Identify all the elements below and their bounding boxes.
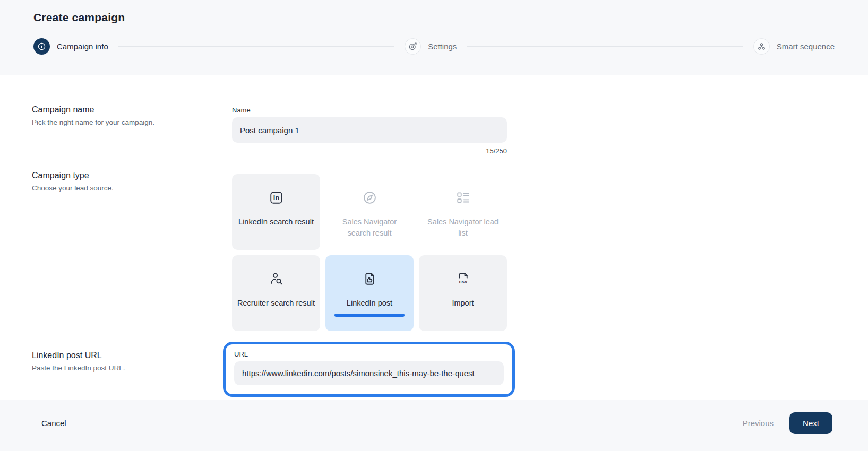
linkedin-icon: in xyxy=(269,189,284,205)
linkedin-post-url-title: LinkedIn post URL xyxy=(32,351,207,360)
stepper-label-campaign-info: Campaign info xyxy=(57,42,108,51)
campaign-type-section-label: Campaign type Choose your lead source. xyxy=(32,171,207,192)
campaign-type-title: Campaign type xyxy=(32,171,207,180)
char-counter: 15/250 xyxy=(232,147,507,155)
stepper: Campaign info Settings xyxy=(33,38,835,55)
linkedin-post-url-input[interactable] xyxy=(234,361,504,385)
campaign-name-section-label: Campaign name Pick the right name for yo… xyxy=(32,105,207,126)
tile-label: Recruiter search result xyxy=(232,298,320,309)
tile-import[interactable]: CSV Import xyxy=(419,255,507,331)
stepper-connector xyxy=(467,46,743,47)
tile-sales-navigator-lead-list: Sales Navigator lead list xyxy=(419,174,507,250)
header: Create campaign Campaign info xyxy=(0,0,868,75)
stepper-label-smart-sequence: Smart sequence xyxy=(777,42,835,51)
hierarchy-icon xyxy=(753,38,770,55)
campaign-name-subtitle: Pick the right name for your campaign. xyxy=(32,118,207,126)
url-highlight-box: URL xyxy=(223,342,515,397)
tile-label: Sales Navigator lead list xyxy=(419,216,507,239)
tile-label: Sales Navigator search result xyxy=(325,216,414,239)
stepper-label-settings: Settings xyxy=(428,42,457,51)
stepper-connector xyxy=(118,46,394,47)
next-button[interactable]: Next xyxy=(789,412,832,434)
tile-linkedin-search-result[interactable]: in LinkedIn search result xyxy=(232,174,320,250)
lead-list-icon xyxy=(456,189,471,205)
selected-indicator xyxy=(334,314,405,317)
tile-label: LinkedIn search result xyxy=(233,216,319,228)
stepper-step-campaign-info[interactable]: Campaign info xyxy=(33,38,108,55)
cancel-button[interactable]: Cancel xyxy=(41,414,66,432)
campaign-name-input[interactable] xyxy=(232,117,507,143)
compass-icon xyxy=(362,189,377,205)
previous-button[interactable]: Previous xyxy=(743,414,774,432)
info-icon xyxy=(33,38,50,55)
svg-text:in: in xyxy=(273,194,279,201)
main-content: Campaign name Pick the right name for yo… xyxy=(0,75,868,400)
tile-label: LinkedIn post xyxy=(341,298,398,309)
stepper-step-settings[interactable]: Settings xyxy=(405,38,457,55)
csv-file-icon: CSV xyxy=(456,271,471,287)
campaign-name-field-group: Name 15/250 xyxy=(232,106,507,155)
campaign-name-title: Campaign name xyxy=(32,105,207,115)
stepper-step-smart-sequence[interactable]: Smart sequence xyxy=(753,38,835,55)
name-field-label: Name xyxy=(232,106,507,114)
campaign-type-grid: in LinkedIn search result Sales Navigato… xyxy=(232,174,507,331)
target-icon xyxy=(405,38,421,55)
tile-recruiter-search-result[interactable]: Recruiter search result xyxy=(232,255,320,331)
tile-linkedin-post[interactable]: LinkedIn post xyxy=(325,255,414,331)
post-thumbs-up-icon xyxy=(362,271,377,287)
svg-text:CSV: CSV xyxy=(459,280,467,284)
campaign-type-subtitle: Choose your lead source. xyxy=(32,184,207,192)
linkedin-post-url-section-label: LinkedIn post URL Paste the LinkedIn pos… xyxy=(32,351,207,372)
recruiter-search-icon xyxy=(269,271,284,287)
page-title: Create campaign xyxy=(33,11,835,24)
tile-label: Import xyxy=(446,298,479,309)
url-field-label: URL xyxy=(234,350,504,358)
linkedin-post-url-subtitle: Paste the LinkedIn post URL. xyxy=(32,364,207,372)
footer: Cancel Previous Next xyxy=(0,400,868,451)
tile-sales-navigator-search-result: Sales Navigator search result xyxy=(325,174,414,250)
